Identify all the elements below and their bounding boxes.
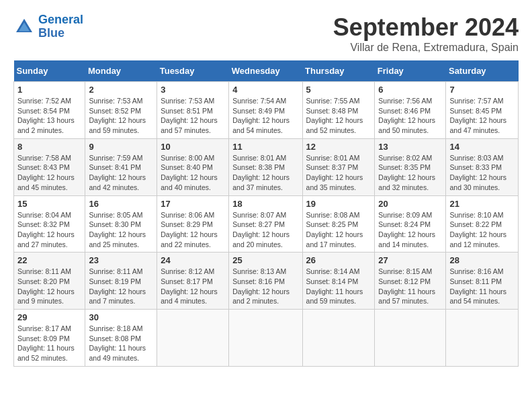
calendar-cell: 30Sunrise: 8:18 AM Sunset: 8:08 PM Dayli… <box>85 310 157 367</box>
calendar-cell: 4Sunrise: 7:54 AM Sunset: 8:49 PM Daylig… <box>229 82 302 139</box>
day-info: Sunrise: 7:56 AM Sunset: 8:46 PM Dayligh… <box>378 96 442 136</box>
location-title: Villar de Rena, Extremadura, Spain <box>333 42 519 54</box>
weekday-header-sunday: Sunday <box>14 60 85 82</box>
day-number: 8 <box>17 142 81 152</box>
week-row-3: 15Sunrise: 8:04 AM Sunset: 8:32 PM Dayli… <box>14 195 519 253</box>
day-info: Sunrise: 7:54 AM Sunset: 8:49 PM Dayligh… <box>232 96 298 136</box>
calendar-cell: 25Sunrise: 8:13 AM Sunset: 8:16 PM Dayli… <box>229 253 302 310</box>
day-info: Sunrise: 8:11 AM Sunset: 8:19 PM Dayligh… <box>89 267 153 306</box>
day-info: Sunrise: 8:06 AM Sunset: 8:29 PM Dayligh… <box>161 210 225 250</box>
calendar-cell: 21Sunrise: 8:10 AM Sunset: 8:22 PM Dayli… <box>446 195 519 253</box>
weekday-header-wednesday: Wednesday <box>229 60 302 82</box>
calendar-cell: 20Sunrise: 8:09 AM Sunset: 8:24 PM Dayli… <box>375 195 446 253</box>
calendar-cell: 19Sunrise: 8:08 AM Sunset: 8:25 PM Dayli… <box>302 195 375 253</box>
day-info: Sunrise: 8:01 AM Sunset: 8:38 PM Dayligh… <box>232 153 298 193</box>
week-row-5: 29Sunrise: 8:17 AM Sunset: 8:09 PM Dayli… <box>14 310 519 367</box>
day-number: 4 <box>232 85 298 95</box>
logo-text: General Blue <box>38 13 83 40</box>
day-info: Sunrise: 8:11 AM Sunset: 8:20 PM Dayligh… <box>17 267 81 306</box>
day-number: 1 <box>17 85 81 95</box>
day-number: 10 <box>161 142 225 152</box>
calendar-cell: 26Sunrise: 8:14 AM Sunset: 8:14 PM Dayli… <box>302 253 375 310</box>
day-number: 23 <box>89 255 153 265</box>
day-number: 25 <box>232 255 298 265</box>
weekday-header-tuesday: Tuesday <box>157 60 229 82</box>
calendar-cell <box>302 310 375 367</box>
day-number: 17 <box>161 199 225 209</box>
calendar-cell <box>446 310 519 367</box>
day-number: 9 <box>89 142 153 152</box>
calendar-cell <box>229 310 302 367</box>
month-title: September 2024 <box>333 13 519 42</box>
calendar-cell: 10Sunrise: 8:00 AM Sunset: 8:40 PM Dayli… <box>157 138 229 195</box>
weekday-header-friday: Friday <box>375 60 446 82</box>
calendar-cell: 24Sunrise: 8:12 AM Sunset: 8:17 PM Dayli… <box>157 253 229 310</box>
day-info: Sunrise: 7:55 AM Sunset: 8:48 PM Dayligh… <box>306 96 371 136</box>
day-info: Sunrise: 7:53 AM Sunset: 8:52 PM Dayligh… <box>89 96 153 136</box>
logo: General Blue <box>13 13 83 40</box>
day-number: 22 <box>17 255 81 265</box>
day-number: 15 <box>17 199 81 209</box>
calendar-cell: 6Sunrise: 7:56 AM Sunset: 8:46 PM Daylig… <box>375 82 446 139</box>
calendar-cell: 17Sunrise: 8:06 AM Sunset: 8:29 PM Dayli… <box>157 195 229 253</box>
calendar-cell: 12Sunrise: 8:01 AM Sunset: 8:37 PM Dayli… <box>302 138 375 195</box>
day-number: 24 <box>161 255 225 265</box>
day-info: Sunrise: 7:59 AM Sunset: 8:41 PM Dayligh… <box>89 153 153 193</box>
calendar-cell: 18Sunrise: 8:07 AM Sunset: 8:27 PM Dayli… <box>229 195 302 253</box>
day-number: 18 <box>232 199 298 209</box>
calendar-cell: 7Sunrise: 7:57 AM Sunset: 8:45 PM Daylig… <box>446 82 519 139</box>
title-section: September 2024 Villar de Rena, Extremadu… <box>333 13 519 54</box>
calendar-cell: 9Sunrise: 7:59 AM Sunset: 8:41 PM Daylig… <box>85 138 157 195</box>
day-number: 21 <box>449 199 515 209</box>
day-number: 27 <box>378 255 442 265</box>
calendar-cell: 16Sunrise: 8:05 AM Sunset: 8:30 PM Dayli… <box>85 195 157 253</box>
calendar-cell: 11Sunrise: 8:01 AM Sunset: 8:38 PM Dayli… <box>229 138 302 195</box>
day-number: 30 <box>89 312 153 322</box>
day-number: 16 <box>89 199 153 209</box>
day-number: 19 <box>306 199 371 209</box>
day-number: 14 <box>449 142 515 152</box>
calendar-cell <box>157 310 229 367</box>
day-number: 12 <box>306 142 371 152</box>
day-info: Sunrise: 7:52 AM Sunset: 8:54 PM Dayligh… <box>17 96 81 136</box>
day-info: Sunrise: 8:13 AM Sunset: 8:16 PM Dayligh… <box>232 267 298 306</box>
day-info: Sunrise: 8:14 AM Sunset: 8:14 PM Dayligh… <box>306 267 371 306</box>
day-info: Sunrise: 8:02 AM Sunset: 8:35 PM Dayligh… <box>378 153 442 193</box>
calendar-cell: 22Sunrise: 8:11 AM Sunset: 8:20 PM Dayli… <box>14 253 85 310</box>
day-number: 2 <box>89 85 153 95</box>
calendar-cell: 13Sunrise: 8:02 AM Sunset: 8:35 PM Dayli… <box>375 138 446 195</box>
day-info: Sunrise: 8:05 AM Sunset: 8:30 PM Dayligh… <box>89 210 153 250</box>
day-number: 5 <box>306 85 371 95</box>
day-number: 11 <box>232 142 298 152</box>
day-info: Sunrise: 8:07 AM Sunset: 8:27 PM Dayligh… <box>232 210 298 250</box>
day-info: Sunrise: 7:53 AM Sunset: 8:51 PM Dayligh… <box>161 96 225 136</box>
day-info: Sunrise: 8:16 AM Sunset: 8:11 PM Dayligh… <box>449 267 515 306</box>
day-info: Sunrise: 8:17 AM Sunset: 8:09 PM Dayligh… <box>17 324 81 363</box>
day-number: 13 <box>378 142 442 152</box>
day-number: 3 <box>161 85 225 95</box>
weekday-header-saturday: Saturday <box>446 60 519 82</box>
day-number: 28 <box>449 255 515 265</box>
day-info: Sunrise: 8:00 AM Sunset: 8:40 PM Dayligh… <box>161 153 225 193</box>
week-row-1: 1Sunrise: 7:52 AM Sunset: 8:54 PM Daylig… <box>14 82 519 139</box>
day-number: 6 <box>378 85 442 95</box>
day-number: 26 <box>306 255 371 265</box>
day-number: 29 <box>17 312 81 322</box>
day-info: Sunrise: 8:18 AM Sunset: 8:08 PM Dayligh… <box>89 324 153 363</box>
calendar-cell: 14Sunrise: 8:03 AM Sunset: 8:33 PM Dayli… <box>446 138 519 195</box>
logo-icon <box>13 16 35 38</box>
day-number: 7 <box>449 85 515 95</box>
week-row-2: 8Sunrise: 7:58 AM Sunset: 8:43 PM Daylig… <box>14 138 519 195</box>
day-info: Sunrise: 8:09 AM Sunset: 8:24 PM Dayligh… <box>378 210 442 250</box>
day-info: Sunrise: 8:10 AM Sunset: 8:22 PM Dayligh… <box>449 210 515 250</box>
day-info: Sunrise: 7:58 AM Sunset: 8:43 PM Dayligh… <box>17 153 81 193</box>
day-info: Sunrise: 8:01 AM Sunset: 8:37 PM Dayligh… <box>306 153 371 193</box>
day-info: Sunrise: 8:04 AM Sunset: 8:32 PM Dayligh… <box>17 210 81 250</box>
calendar-cell: 29Sunrise: 8:17 AM Sunset: 8:09 PM Dayli… <box>14 310 85 367</box>
week-row-4: 22Sunrise: 8:11 AM Sunset: 8:20 PM Dayli… <box>14 253 519 310</box>
calendar-cell: 1Sunrise: 7:52 AM Sunset: 8:54 PM Daylig… <box>14 82 85 139</box>
calendar-cell <box>375 310 446 367</box>
weekday-header-thursday: Thursday <box>302 60 375 82</box>
calendar-cell: 15Sunrise: 8:04 AM Sunset: 8:32 PM Dayli… <box>14 195 85 253</box>
day-info: Sunrise: 8:12 AM Sunset: 8:17 PM Dayligh… <box>161 267 225 306</box>
